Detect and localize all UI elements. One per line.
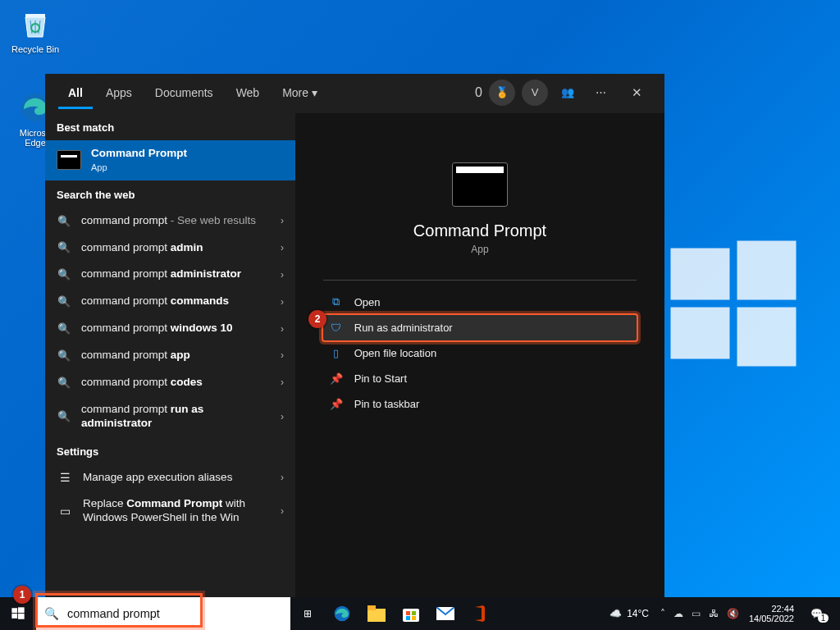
svg-rect-17 [412, 611, 416, 615]
svg-rect-16 [406, 611, 410, 615]
svg-rect-11 [18, 614, 25, 619]
preview-subtitle: App [413, 244, 546, 255]
web-result[interactable]: 🔍command prompt run as administrator› [45, 396, 295, 437]
annotation-badge-2: 2 [308, 310, 326, 328]
folder-icon: ▯ [330, 347, 343, 359]
preview-title: Command Prompt [413, 221, 546, 240]
weather-icon: ☁️ [609, 608, 622, 619]
chevron-right-icon: › [281, 472, 284, 483]
svg-rect-7 [61, 155, 77, 158]
result-best-match[interactable]: Command Prompt App [45, 140, 295, 180]
taskbar-search-input[interactable] [67, 607, 282, 620]
action-pin-to-taskbar[interactable]: 📌Pin to taskbar [323, 391, 637, 417]
desktop-icon-recycle-bin[interactable]: Recycle Bin [7, 7, 64, 54]
section-search-web: Search the web [45, 180, 295, 208]
tab-all[interactable]: All [58, 76, 93, 109]
action-open[interactable]: ⧉Open [323, 289, 637, 315]
web-result[interactable]: 🔍command prompt codes› [45, 369, 295, 396]
chevron-right-icon: › [281, 411, 284, 422]
web-result[interactable]: 🔍command prompt commands› [45, 288, 295, 315]
taskbar-app-office[interactable] [463, 597, 497, 630]
chevron-right-icon: › [281, 505, 284, 517]
taskbar-app-mail[interactable] [428, 597, 463, 630]
open-icon: ⧉ [330, 295, 343, 308]
search-icon: 🔍 [57, 241, 71, 253]
taskbar-app-explorer[interactable] [359, 597, 394, 630]
clock-time: 22:44 [749, 604, 794, 614]
web-result[interactable]: 🔍command prompt administrator› [45, 261, 295, 288]
taskbar-clock[interactable]: 22:44 14/05/2022 [744, 604, 799, 623]
windows-logo-decor [660, 230, 807, 381]
people-icon[interactable]: 👥 [555, 80, 581, 106]
chevron-right-icon: › [281, 242, 284, 253]
svg-rect-4 [671, 308, 730, 359]
tab-apps[interactable]: Apps [96, 76, 142, 109]
pin-icon: 📌 [330, 398, 343, 410]
volume-icon[interactable]: 🔇 [727, 608, 739, 619]
result-title: Command Prompt [91, 147, 187, 159]
sliders-icon: ☰ [57, 471, 73, 484]
action-run-as-administrator[interactable]: 🛡Run as administrator [323, 315, 637, 340]
preview-app-icon [452, 162, 508, 207]
taskbar-app-edge[interactable] [325, 597, 359, 630]
weather-temp: 14°C [627, 608, 649, 619]
terminal-icon: ▭ [57, 504, 73, 518]
web-result[interactable]: 🔍command prompt app› [45, 342, 295, 369]
notification-count: 1 [818, 614, 829, 623]
command-prompt-icon [57, 150, 81, 170]
svg-rect-3 [737, 241, 797, 300]
svg-rect-18 [406, 616, 410, 620]
close-button[interactable]: ✕ [620, 76, 653, 109]
battery-icon[interactable]: ▭ [692, 608, 701, 619]
onedrive-icon[interactable]: ☁ [673, 608, 683, 619]
annotation-badge-1: 1 [13, 586, 31, 604]
settings-result[interactable]: ▭Replace Command Prompt with Windows Pow… [45, 491, 295, 532]
search-results-column: Best match Command Prompt App Search the… [45, 113, 295, 597]
result-subtitle: App [91, 162, 284, 174]
tab-more[interactable]: More ▾ [272, 76, 327, 109]
search-icon: 🔍 [57, 349, 71, 362]
settings-result[interactable]: ☰Manage app execution aliases› [45, 464, 295, 491]
network-icon[interactable]: 🖧 [709, 608, 719, 619]
recycle-bin-icon [18, 7, 52, 41]
desktop-icon-label: Recycle Bin [11, 44, 59, 54]
search-icon: 🔍 [57, 295, 71, 308]
search-icon: 🔍 [57, 377, 71, 389]
search-panel-header: All Apps Documents Web More ▾ 0 🏅 V 👥 ⋯ … [45, 74, 664, 113]
search-preview-column: Command Prompt App ⧉Open 🛡Run as adminis… [295, 113, 664, 597]
taskbar: 🔍 ⊞ ☁️ 14°C ˄ ☁ ▭ 🖧 🔇 22:44 14/05/2022 💬… [0, 597, 840, 630]
rewards-icon[interactable]: 🏅 [489, 80, 515, 106]
action-center-button[interactable]: 💬 1 [804, 605, 835, 623]
search-icon: 🔍 [57, 215, 71, 227]
account-avatar[interactable]: V [522, 80, 548, 106]
svg-rect-14 [368, 605, 376, 610]
taskbar-search[interactable]: 🔍 [36, 597, 290, 630]
desktop-icon-label-l2: Edge [25, 138, 46, 148]
search-icon: 🔍 [44, 607, 59, 621]
tab-documents[interactable]: Documents [145, 76, 223, 109]
action-pin-to-start[interactable]: 📌Pin to Start [323, 366, 637, 391]
taskbar-app-store[interactable] [394, 597, 428, 630]
chevron-right-icon: › [281, 269, 284, 281]
taskbar-weather[interactable]: ☁️ 14°C [603, 608, 655, 619]
web-result[interactable]: 🔍command prompt - See web results› [45, 208, 295, 235]
svg-rect-9 [18, 607, 25, 613]
system-tray[interactable]: ˄ ☁ ▭ 🖧 🔇 [660, 608, 739, 619]
svg-rect-15 [403, 609, 419, 622]
svg-rect-0 [25, 14, 45, 17]
svg-rect-5 [737, 308, 797, 367]
chevron-right-icon: › [281, 377, 284, 388]
svg-rect-2 [671, 249, 730, 300]
section-best-match: Best match [45, 113, 295, 140]
tab-web[interactable]: Web [226, 76, 270, 109]
action-open-file-location[interactable]: ▯Open file location [323, 340, 637, 366]
svg-rect-8 [11, 608, 17, 613]
pin-icon: 📌 [330, 372, 343, 385]
more-options-icon[interactable]: ⋯ [587, 80, 614, 106]
chevron-right-icon: › [281, 296, 284, 308]
task-view-button[interactable]: ⊞ [290, 597, 325, 630]
rewards-points[interactable]: 0 [475, 85, 482, 100]
tray-chevron-up-icon[interactable]: ˄ [660, 608, 665, 619]
web-result[interactable]: 🔍command prompt windows 10› [45, 315, 295, 342]
web-result[interactable]: 🔍command prompt admin› [45, 235, 295, 262]
